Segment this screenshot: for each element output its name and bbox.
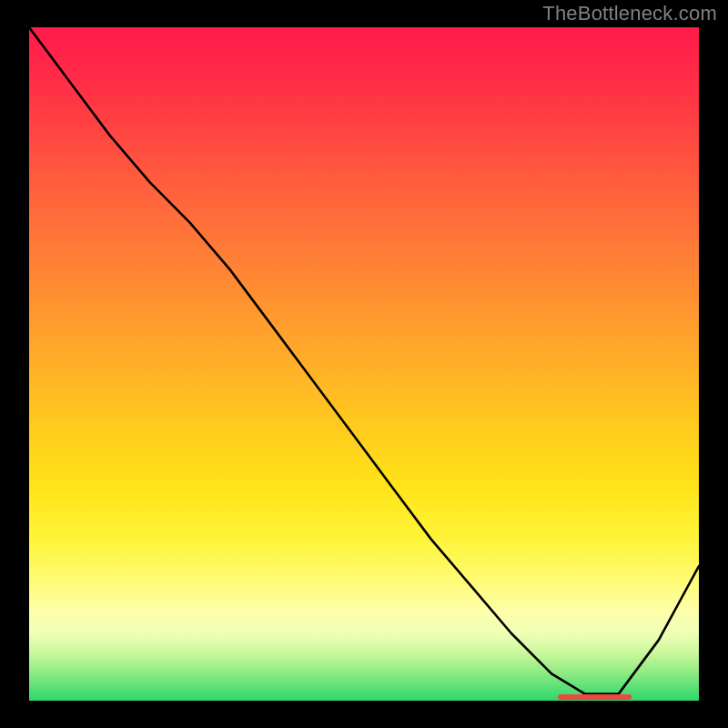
attribution-text: TheBottleneck.com xyxy=(542,2,717,25)
plot-area xyxy=(29,27,699,701)
line-series xyxy=(29,27,699,694)
bottleneck-curve xyxy=(29,27,699,701)
minimum-marker-bar xyxy=(558,694,632,700)
chart-frame: TheBottleneck.com xyxy=(0,0,728,728)
